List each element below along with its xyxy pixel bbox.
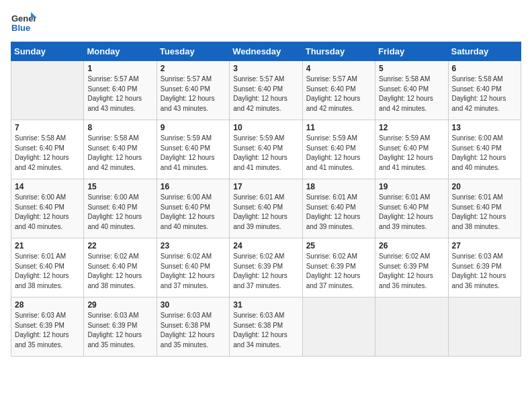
calendar-cell: 10 Sunrise: 5:59 AMSunset: 6:40 PMDaylig… (230, 120, 302, 179)
day-number: 13 (452, 123, 517, 132)
cell-info: Sunrise: 6:00 AMSunset: 6:40 PMDaylight:… (15, 193, 80, 232)
day-header-monday: Monday (84, 42, 157, 61)
day-number: 4 (306, 64, 371, 73)
day-number: 17 (233, 182, 298, 191)
cell-info: Sunrise: 6:03 AMSunset: 6:39 PMDaylight:… (15, 311, 80, 350)
cell-info: Sunrise: 6:03 AMSunset: 6:38 PMDaylight:… (161, 311, 226, 350)
day-header-thursday: Thursday (302, 42, 375, 61)
day-number: 12 (379, 123, 444, 132)
calendar-cell: 20 Sunrise: 6:01 AMSunset: 6:40 PMDaylig… (448, 179, 521, 238)
calendar-cell: 28 Sunrise: 6:03 AMSunset: 6:39 PMDaylig… (11, 298, 84, 357)
day-number: 1 (87, 64, 152, 73)
day-number: 19 (379, 182, 444, 191)
day-number: 5 (379, 64, 444, 73)
calendar-cell: 13 Sunrise: 6:00 AMSunset: 6:40 PMDaylig… (448, 120, 521, 179)
day-number: 29 (87, 300, 152, 310)
cell-info: Sunrise: 6:02 AMSunset: 6:39 PMDaylight:… (379, 252, 444, 291)
calendar-cell: 5 Sunrise: 5:58 AMSunset: 6:40 PMDayligh… (375, 61, 448, 120)
cell-info: Sunrise: 5:58 AMSunset: 6:40 PMDaylight:… (15, 134, 80, 173)
cell-info: Sunrise: 5:59 AMSunset: 6:40 PMDaylight:… (306, 134, 371, 173)
cell-info: Sunrise: 5:57 AMSunset: 6:40 PMDaylight:… (87, 75, 152, 113)
day-header-wednesday: Wednesday (230, 42, 302, 61)
cell-info: Sunrise: 5:59 AMSunset: 6:40 PMDaylight:… (379, 134, 444, 173)
day-header-tuesday: Tuesday (157, 42, 229, 61)
calendar-body: 1 Sunrise: 5:57 AMSunset: 6:40 PMDayligh… (11, 61, 521, 357)
cell-info: Sunrise: 6:01 AMSunset: 6:40 PMDaylight:… (233, 193, 298, 232)
header: General Blue (11, 11, 521, 36)
day-number: 23 (161, 241, 226, 250)
calendar-cell (302, 298, 375, 357)
cell-info: Sunrise: 5:57 AMSunset: 6:40 PMDaylight:… (233, 75, 298, 113)
cell-info: Sunrise: 6:03 AMSunset: 6:39 PMDaylight:… (87, 311, 152, 350)
day-number: 31 (233, 300, 298, 310)
cell-info: Sunrise: 6:01 AMSunset: 6:40 PMDaylight:… (452, 193, 517, 232)
cell-info: Sunrise: 6:02 AMSunset: 6:40 PMDaylight:… (87, 252, 152, 291)
day-number: 10 (233, 123, 298, 132)
calendar-cell: 4 Sunrise: 5:57 AMSunset: 6:40 PMDayligh… (302, 61, 375, 120)
calendar-cell: 16 Sunrise: 6:00 AMSunset: 6:40 PMDaylig… (157, 179, 229, 238)
calendar-cell: 2 Sunrise: 5:57 AMSunset: 6:40 PMDayligh… (157, 61, 229, 120)
calendar-cell (11, 61, 84, 120)
day-number: 6 (452, 64, 517, 73)
calendar-cell: 23 Sunrise: 6:02 AMSunset: 6:40 PMDaylig… (157, 238, 229, 298)
cell-info: Sunrise: 6:01 AMSunset: 6:40 PMDaylight:… (379, 193, 444, 232)
calendar-cell: 25 Sunrise: 6:02 AMSunset: 6:39 PMDaylig… (302, 238, 375, 298)
calendar-cell: 31 Sunrise: 6:03 AMSunset: 6:38 PMDaylig… (230, 298, 302, 357)
svg-text:Blue: Blue (11, 23, 30, 33)
cell-info: Sunrise: 6:02 AMSunset: 6:40 PMDaylight:… (161, 252, 226, 291)
cell-info: Sunrise: 6:02 AMSunset: 6:39 PMDaylight:… (306, 252, 371, 291)
day-number: 3 (233, 64, 298, 73)
calendar-week-5: 28 Sunrise: 6:03 AMSunset: 6:39 PMDaylig… (11, 298, 521, 357)
calendar-cell: 14 Sunrise: 6:00 AMSunset: 6:40 PMDaylig… (11, 179, 84, 238)
logo-svg: General Blue (11, 11, 36, 36)
day-number: 8 (87, 123, 152, 132)
day-number: 28 (15, 300, 80, 310)
cell-info: Sunrise: 5:58 AMSunset: 6:40 PMDaylight:… (379, 75, 444, 113)
calendar-cell: 17 Sunrise: 6:01 AMSunset: 6:40 PMDaylig… (230, 179, 302, 238)
calendar-week-1: 1 Sunrise: 5:57 AMSunset: 6:40 PMDayligh… (11, 61, 521, 120)
logo-wrapper: General Blue (11, 11, 36, 36)
day-number: 11 (306, 123, 371, 132)
day-number: 20 (452, 182, 517, 191)
cell-info: Sunrise: 6:02 AMSunset: 6:39 PMDaylight:… (233, 252, 298, 291)
day-number: 9 (161, 123, 226, 132)
calendar-cell: 21 Sunrise: 6:01 AMSunset: 6:40 PMDaylig… (11, 238, 84, 298)
day-number: 21 (15, 241, 80, 250)
cell-info: Sunrise: 6:00 AMSunset: 6:40 PMDaylight:… (161, 193, 226, 232)
calendar-table: SundayMondayTuesdayWednesdayThursdayFrid… (11, 42, 521, 357)
day-header-saturday: Saturday (448, 42, 521, 61)
calendar-week-3: 14 Sunrise: 6:00 AMSunset: 6:40 PMDaylig… (11, 179, 521, 238)
calendar-cell: 30 Sunrise: 6:03 AMSunset: 6:38 PMDaylig… (157, 298, 229, 357)
calendar-cell: 24 Sunrise: 6:02 AMSunset: 6:39 PMDaylig… (230, 238, 302, 298)
day-number: 7 (15, 123, 80, 132)
calendar-cell (448, 298, 521, 357)
calendar-cell (375, 298, 448, 357)
day-number: 18 (306, 182, 371, 191)
day-number: 30 (161, 300, 226, 310)
logo: General Blue (11, 11, 36, 36)
calendar-cell: 19 Sunrise: 6:01 AMSunset: 6:40 PMDaylig… (375, 179, 448, 238)
day-number: 15 (87, 182, 152, 191)
calendar-cell: 26 Sunrise: 6:02 AMSunset: 6:39 PMDaylig… (375, 238, 448, 298)
calendar-week-4: 21 Sunrise: 6:01 AMSunset: 6:40 PMDaylig… (11, 238, 521, 298)
calendar-week-2: 7 Sunrise: 5:58 AMSunset: 6:40 PMDayligh… (11, 120, 521, 179)
cell-info: Sunrise: 5:57 AMSunset: 6:40 PMDaylight:… (306, 75, 371, 113)
calendar-cell: 27 Sunrise: 6:03 AMSunset: 6:39 PMDaylig… (448, 238, 521, 298)
cell-info: Sunrise: 5:58 AMSunset: 6:40 PMDaylight:… (452, 75, 517, 113)
day-header-sunday: Sunday (11, 42, 84, 61)
calendar-cell: 18 Sunrise: 6:01 AMSunset: 6:40 PMDaylig… (302, 179, 375, 238)
calendar-cell: 29 Sunrise: 6:03 AMSunset: 6:39 PMDaylig… (84, 298, 157, 357)
calendar-cell: 8 Sunrise: 5:58 AMSunset: 6:40 PMDayligh… (84, 120, 157, 179)
day-number: 24 (233, 241, 298, 250)
calendar-cell: 15 Sunrise: 6:00 AMSunset: 6:40 PMDaylig… (84, 179, 157, 238)
cell-info: Sunrise: 6:00 AMSunset: 6:40 PMDaylight:… (87, 193, 152, 232)
cell-info: Sunrise: 6:03 AMSunset: 6:38 PMDaylight:… (233, 311, 298, 350)
calendar-cell: 6 Sunrise: 5:58 AMSunset: 6:40 PMDayligh… (448, 61, 521, 120)
calendar-cell: 11 Sunrise: 5:59 AMSunset: 6:40 PMDaylig… (302, 120, 375, 179)
day-number: 22 (87, 241, 152, 250)
day-number: 26 (379, 241, 444, 250)
cell-info: Sunrise: 6:01 AMSunset: 6:40 PMDaylight:… (15, 252, 80, 291)
cell-info: Sunrise: 5:59 AMSunset: 6:40 PMDaylight:… (161, 134, 226, 173)
day-number: 16 (161, 182, 226, 191)
calendar-cell: 7 Sunrise: 5:58 AMSunset: 6:40 PMDayligh… (11, 120, 84, 179)
